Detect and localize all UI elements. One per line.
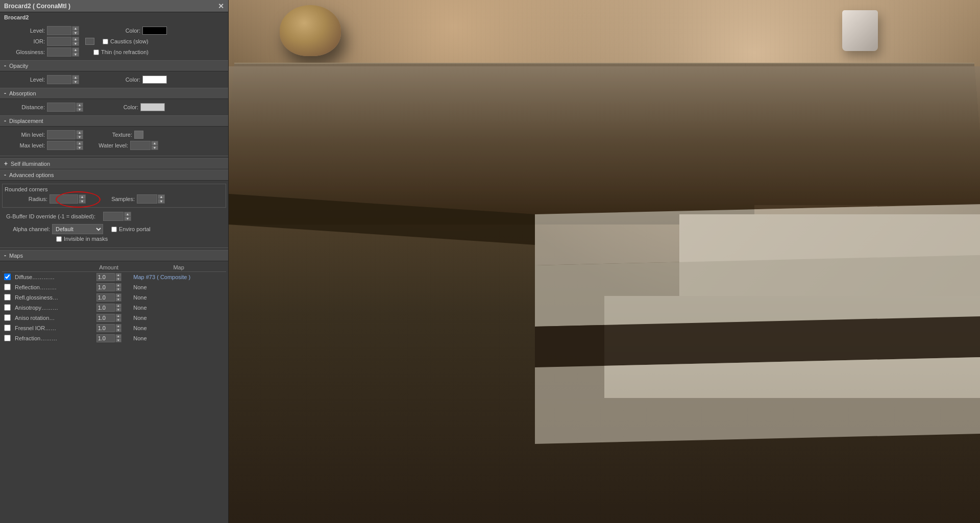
map-amount-up[interactable]: ▲ <box>115 283 121 287</box>
absorption-section-header[interactable]: - Absorption <box>0 88 228 99</box>
water-level-input[interactable]: 0.0 <box>130 141 151 150</box>
opacity-level-input[interactable]: 1.0 <box>47 75 71 84</box>
gbuffer-spinner-btns[interactable]: ▲ ▼ <box>124 212 131 221</box>
self-illumination-section-header[interactable]: + Self illumination <box>0 158 228 169</box>
level-up-btn[interactable]: ▲ <box>72 26 79 31</box>
map-amount-up[interactable]: ▲ <box>115 324 121 328</box>
absorption-distance-spinner[interactable]: 0.0cm ▲ ▼ <box>47 103 83 112</box>
map-amount-down[interactable]: ▼ <box>115 328 121 332</box>
displacement-min-up-btn[interactable]: ▲ <box>76 130 83 135</box>
ior-up-btn[interactable]: ▲ <box>72 37 79 41</box>
opacity-section-header[interactable]: - Opacity <box>0 60 228 71</box>
radius-spinner[interactable]: 0.0cm ▲ ▼ <box>50 194 86 204</box>
map-row-checkbox[interactable] <box>4 273 11 280</box>
map-row-checkbox[interactable] <box>4 284 11 290</box>
water-level-spinner[interactable]: 0.0 ▲ ▼ <box>130 141 158 150</box>
samples-input[interactable]: 10 <box>137 194 157 204</box>
refraction-color-swatch[interactable] <box>142 27 167 35</box>
glossiness-down-btn[interactable]: ▼ <box>72 52 79 57</box>
map-amount-input[interactable] <box>96 304 115 312</box>
alpha-channel-select[interactable]: Default Opaque Transparent <box>52 224 103 234</box>
map-amount-down[interactable]: ▼ <box>115 318 121 322</box>
glossiness-input[interactable]: 1.0 <box>47 47 71 57</box>
glossiness-spinner-btns[interactable]: ▲ ▼ <box>72 47 79 57</box>
displacement-max-down-btn[interactable]: ▼ <box>76 145 83 150</box>
map-amount-input[interactable] <box>96 283 115 291</box>
map-amount-up[interactable]: ▲ <box>115 334 121 338</box>
ior-texture-btn[interactable] <box>85 38 94 45</box>
displacement-max-up-btn[interactable]: ▲ <box>76 141 83 145</box>
map-amount-up[interactable]: ▲ <box>115 273 121 277</box>
glossiness-spinner[interactable]: 1.0 ▲ ▼ <box>47 47 79 57</box>
maps-section-header[interactable]: - Maps <box>0 250 228 261</box>
radius-spinner-btns[interactable]: ▲ ▼ <box>79 194 86 204</box>
map-amount-input[interactable] <box>96 314 115 322</box>
gbuffer-down-btn[interactable]: ▼ <box>124 216 131 221</box>
map-amount-input[interactable] <box>96 273 115 281</box>
map-row-checkbox[interactable] <box>4 335 11 341</box>
map-amount-input[interactable] <box>96 334 115 342</box>
caustics-checkbox[interactable] <box>103 39 108 44</box>
opacity-level-down-btn[interactable]: ▼ <box>72 80 79 84</box>
glossiness-up-btn[interactable]: ▲ <box>72 47 79 52</box>
map-amount-down[interactable]: ▼ <box>115 308 121 312</box>
absorption-distance-spinner-btns[interactable]: ▲ ▼ <box>76 103 83 112</box>
displacement-max-input[interactable]: 10000.0 <box>47 141 76 150</box>
absorption-color-swatch[interactable] <box>140 103 165 111</box>
map-row-checkbox[interactable] <box>4 304 11 311</box>
displacement-min-spinner-btns[interactable]: ▲ ▼ <box>76 130 83 139</box>
map-row-checkbox[interactable] <box>4 314 11 321</box>
displacement-section-header[interactable]: - Displacement <box>0 115 228 127</box>
map-amount-down[interactable]: ▼ <box>115 338 121 342</box>
absorption-distance-input[interactable]: 0.0cm <box>47 103 76 112</box>
map-amount-down[interactable]: ▼ <box>115 297 121 302</box>
samples-spinner[interactable]: 10 ▲ ▼ <box>137 194 165 204</box>
map-amount-input[interactable] <box>96 324 115 332</box>
ior-down-btn[interactable]: ▼ <box>72 41 79 46</box>
map-amount-up[interactable]: ▲ <box>115 293 121 297</box>
advanced-options-section-header[interactable]: - Advanced options <box>0 169 228 181</box>
level-spinner[interactable]: 1.0 ▲ ▼ <box>47 26 79 35</box>
map-amount-down[interactable]: ▼ <box>115 277 121 281</box>
displacement-max-spinner-btns[interactable]: ▲ ▼ <box>76 141 83 150</box>
water-level-spinner-btns[interactable]: ▲ ▼ <box>151 141 158 150</box>
level-input[interactable]: 1.0 <box>47 26 71 35</box>
opacity-level-spinner-btns[interactable]: ▲ ▼ <box>72 75 79 84</box>
gbuffer-spinner[interactable]: -1 ▲ ▼ <box>103 212 131 221</box>
level-spinner-btns[interactable]: ▲ ▼ <box>72 26 79 35</box>
ior-spinner[interactable]: 1.6 ▲ ▼ <box>47 37 79 46</box>
map-amount-input[interactable] <box>96 293 115 302</box>
gbuffer-input[interactable]: -1 <box>103 212 124 221</box>
invisible-masks-checkbox[interactable] <box>56 236 62 242</box>
map-amount-up[interactable]: ▲ <box>115 304 121 308</box>
displacement-texture-btn[interactable] <box>134 131 143 139</box>
samples-down-btn[interactable]: ▼ <box>158 199 165 204</box>
map-amount-down[interactable]: ▼ <box>115 287 121 291</box>
radius-input[interactable]: 0.0cm <box>50 194 78 204</box>
opacity-color-swatch[interactable] <box>142 76 167 84</box>
map-row-map[interactable]: Map #73 ( Composite ) <box>131 272 226 283</box>
samples-up-btn[interactable]: ▲ <box>158 194 165 199</box>
map-amount-up[interactable]: ▲ <box>115 314 121 318</box>
displacement-min-spinner[interactable]: 0.0cm ▲ ▼ <box>47 130 83 139</box>
displacement-min-down-btn[interactable]: ▼ <box>76 135 83 139</box>
radius-up-btn[interactable]: ▲ <box>79 194 86 199</box>
map-row-checkbox[interactable] <box>4 294 11 301</box>
map-row-checkbox[interactable] <box>4 325 11 331</box>
thin-checkbox[interactable] <box>93 49 99 55</box>
enviro-portal-checkbox[interactable] <box>111 227 117 232</box>
water-level-up-btn[interactable]: ▲ <box>151 141 158 145</box>
radius-down-btn[interactable]: ▼ <box>79 199 86 204</box>
opacity-level-spinner[interactable]: 1.0 ▲ ▼ <box>47 75 79 84</box>
level-down-btn[interactable]: ▼ <box>72 31 79 35</box>
absorption-distance-up-btn[interactable]: ▲ <box>76 103 83 107</box>
opacity-level-up-btn[interactable]: ▲ <box>72 75 79 80</box>
water-level-down-btn[interactable]: ▼ <box>151 145 158 150</box>
close-button[interactable]: ✕ <box>218 2 224 10</box>
absorption-distance-down-btn[interactable]: ▼ <box>76 107 83 112</box>
ior-spinner-btns[interactable]: ▲ ▼ <box>72 37 79 46</box>
displacement-min-input[interactable]: 0.0cm <box>47 130 76 139</box>
gbuffer-up-btn[interactable]: ▲ <box>124 212 131 216</box>
ior-input[interactable]: 1.6 <box>47 37 71 46</box>
samples-spinner-btns[interactable]: ▲ ▼ <box>158 194 165 204</box>
